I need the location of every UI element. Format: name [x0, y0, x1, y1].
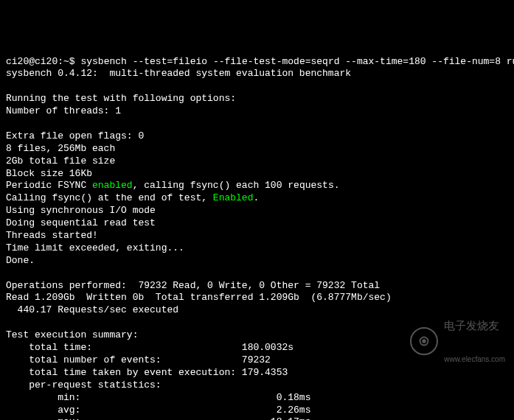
fsync-line: Periodic FSYNC enabled, calling fsync() … — [6, 180, 340, 191]
options-header: Running the test with following options: — [6, 93, 236, 104]
shell-prompt: ci20@ci20:~$ — [6, 56, 80, 67]
sync-mode: Using synchronous I/O mode — [6, 205, 156, 216]
time-by-exec: total time taken by event execution: 179… — [6, 367, 288, 378]
enabled-text: Enabled — [213, 192, 254, 203]
fsync-end-line: Calling fsync() at the end of test, Enab… — [6, 192, 259, 203]
block-size: Block size 16Kb — [6, 168, 92, 179]
time-limit: Time limit exceeded, exiting... — [6, 242, 184, 253]
req-sec: 440.17 Requests/sec executed — [6, 304, 178, 315]
total-size: 2Gb total file size — [6, 155, 115, 167]
prompt-path: ~ — [63, 56, 69, 67]
stat-max: max: 18.17ms — [6, 416, 310, 420]
extra-flags: Extra file open flags: 0 — [6, 130, 144, 141]
threads-line: Number of threads: 1 — [6, 105, 121, 116]
prompt-user: ci20@ci20 — [6, 56, 58, 67]
command-text: sysbench --test=fileio --file-test-mode=… — [80, 56, 514, 67]
total-time: total time: 180.0032s — [6, 342, 294, 353]
watermark-title: 电子发烧友 — [444, 319, 505, 332]
svg-point-1 — [423, 340, 426, 343]
ops-performed: Operations performed: 79232 Read, 0 Writ… — [6, 280, 380, 291]
summary-header: Test execution summary: — [6, 329, 138, 340]
stat-avg: avg: 2.26ms — [6, 405, 310, 416]
files-line: 8 files, 256Mb each — [6, 143, 115, 154]
watermark: 电子发烧友 www.elecfans.com — [410, 295, 505, 387]
threads-started: Threads started! — [6, 230, 98, 241]
watermark-url: www.elecfans.com — [444, 355, 505, 364]
version-line: sysbench 0.4.12: multi-threaded system e… — [6, 68, 351, 79]
stat-min: min: 0.18ms — [6, 392, 310, 403]
per-req: per-request statistics: — [6, 379, 162, 391]
seq-read: Doing sequential read test — [6, 217, 156, 228]
watermark-text: 电子发烧友 www.elecfans.com — [444, 295, 505, 387]
total-events: total number of events: 79232 — [6, 354, 271, 365]
done: Done. — [6, 255, 35, 266]
read-written: Read 1.209Gb Written 0b Total transferre… — [6, 292, 392, 303]
watermark-logo-icon — [410, 327, 438, 355]
enabled-text: enabled — [92, 180, 133, 191]
